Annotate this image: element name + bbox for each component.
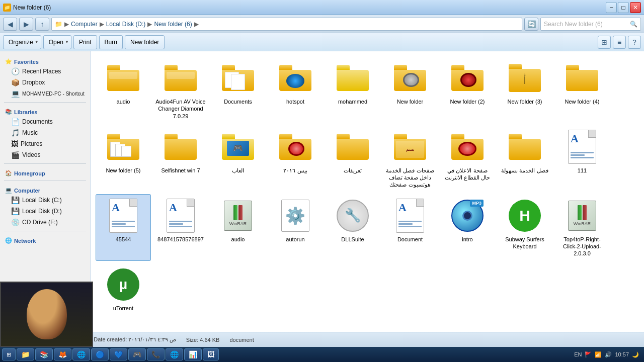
taskbar-skype[interactable]: 📞: [147, 348, 165, 360]
breadcrumb-localdisk[interactable]: Local Disk (D:): [106, 21, 146, 28]
list-item[interactable]: audio: [96, 56, 151, 123]
up-button[interactable]: ↑: [35, 18, 49, 31]
file-name: Audio4Fun AV Voice Changer Diamond 7.0.2…: [155, 98, 206, 120]
taskbar-file-explorer[interactable]: 📁: [17, 348, 34, 360]
help-button[interactable]: ?: [628, 36, 641, 49]
new-folder-button[interactable]: New folder: [125, 35, 165, 49]
sidebar-item-pictures[interactable]: 🖼 Pictures: [0, 138, 90, 149]
folder-audio4fun-icon: [163, 60, 199, 96]
top4top-icon: WinRAR: [564, 198, 600, 234]
list-item[interactable]: New folder: [382, 56, 438, 123]
documents-icon: 📄: [11, 118, 20, 126]
taskbar-chrome[interactable]: 🌐: [72, 348, 90, 360]
sidebar-item-local-c[interactable]: 💾 Local Disk (C:): [0, 195, 90, 206]
taskbar-calc[interactable]: 📊: [184, 348, 202, 360]
sidebar-item-documents[interactable]: 📄 Documents: [0, 116, 90, 127]
list-item[interactable]: A 45544: [96, 194, 151, 261]
toolbar: Organize ▼ Open ▼ Print Burn New folder …: [0, 33, 644, 51]
sidebar-item-recent-places[interactable]: 🕐 Recent Places: [0, 66, 90, 77]
close-button[interactable]: ✕: [630, 2, 641, 13]
file-name: Document: [397, 236, 423, 243]
list-item[interactable]: Selfishnet win 7: [153, 125, 208, 192]
taskbar-yahoo[interactable]: 🌐: [166, 348, 183, 360]
sidebar-item-local-d[interactable]: 💾 Local Disk (D:): [0, 206, 90, 217]
list-item[interactable]: WinRAR audio: [210, 194, 266, 261]
breadcrumb-current[interactable]: New folder (6): [154, 21, 192, 28]
list-item[interactable]: A 848741578576897: [153, 194, 208, 261]
taskbar-nox[interactable]: 🎮: [128, 348, 146, 360]
back-button[interactable]: ◀: [3, 18, 17, 31]
sidebar-item-cd-f[interactable]: 💿 CD Drive (F:): [0, 217, 90, 228]
file-name: New folder (2): [450, 98, 485, 105]
sidebar-item-videos[interactable]: 🎬 Videos: [0, 149, 90, 160]
organize-dropdown-arrow: ▼: [35, 40, 39, 44]
list-item[interactable]: µ uTorrent: [96, 263, 151, 315]
folder-new2-icon: [449, 60, 486, 96]
list-item[interactable]: H Subway Surfers Keyboard: [497, 194, 552, 261]
list-item[interactable]: 🎮 العاب: [210, 125, 266, 192]
list-item[interactable]: بيس ٢٠١٦: [268, 125, 323, 192]
sidebar-divider-1: [4, 102, 86, 103]
file-area[interactable]: audio Audio4Fun AV Voice Changer Diamond…: [91, 51, 644, 332]
burn-button[interactable]: Burn: [99, 35, 123, 49]
list-item[interactable]: A Document: [382, 194, 438, 261]
list-item[interactable]: بسم صفحات فصل الخدمة داخل صفحة تضاف هوتس…: [382, 125, 438, 192]
calc-icon: 📊: [189, 350, 197, 358]
minimize-button[interactable]: −: [606, 2, 617, 13]
taskbar-firefox[interactable]: 🦊: [54, 348, 71, 360]
sidebar-libraries-header[interactable]: 📚 Libraries: [0, 106, 90, 116]
list-item[interactable]: hotspot: [268, 56, 323, 123]
list-item[interactable]: صفحة الاعلان في حال القطاع الانترنت: [440, 125, 495, 192]
cd-drive-icon: 💿: [11, 218, 20, 226]
list-item[interactable]: Documents: [210, 56, 266, 123]
list-item[interactable]: MP3 intro: [440, 194, 495, 261]
sidebar-divider-3: [4, 180, 86, 181]
maximize-button[interactable]: □: [618, 2, 629, 13]
list-item[interactable]: تعريفات: [325, 125, 380, 192]
intro-mp3-icon: MP3: [449, 198, 486, 234]
file-name: New folder (3): [507, 98, 542, 105]
breadcrumb-computer[interactable]: Computer: [71, 21, 98, 28]
network-icon: 🌐: [5, 237, 12, 244]
autorun-icon: ⚙️: [277, 198, 313, 234]
list-item[interactable]: Audio4Fun AV Voice Changer Diamond 7.0.2…: [153, 56, 208, 123]
start-button[interactable]: ⊞: [2, 348, 16, 360]
open-button[interactable]: Open ▼: [43, 35, 71, 49]
taskbar-tray: EN 🚩 📶 🔊 10:57 🌙: [571, 351, 642, 358]
taskbar-photos[interactable]: 🖼: [203, 348, 219, 360]
view-list-button[interactable]: ≡: [613, 36, 626, 49]
taskbar-library[interactable]: 📚: [35, 348, 53, 360]
chrome-icon: 🌐: [77, 350, 86, 358]
list-item[interactable]: New folder (5): [96, 125, 151, 192]
view-icon-button[interactable]: ⊞: [598, 36, 611, 49]
sidebar-item-mohammed-pc[interactable]: 💻 MOHAMMED-PC - Shortcut: [0, 88, 90, 99]
sidebar-homegroup-header[interactable]: 🏠 Homegroup: [0, 167, 90, 177]
file-name: uTorrent: [113, 305, 133, 312]
list-item[interactable]: 🔧 DLLSuite: [325, 194, 380, 261]
list-item[interactable]: New folder (4): [554, 56, 610, 123]
forward-button[interactable]: ▶: [19, 18, 33, 31]
organize-button[interactable]: Organize ▼: [3, 35, 41, 49]
taskbar-ie[interactable]: 🔵: [91, 348, 109, 360]
refresh-button[interactable]: 🔄: [524, 18, 538, 31]
list-item[interactable]: أ New folder (3): [497, 56, 552, 123]
list-item[interactable]: فصل الخدمة بسهولة: [497, 125, 552, 192]
list-item[interactable]: ⚙️ autorun: [268, 194, 323, 261]
list-item[interactable]: WinRAR Top4toP-Right-Click-2-Upload-2.0.…: [554, 194, 610, 261]
windows-logo: ⊞: [7, 351, 11, 358]
folder-drivers-icon: [335, 129, 371, 165]
list-item[interactable]: New folder (2): [440, 56, 495, 123]
taskbar-blue-app[interactable]: 💙: [110, 348, 127, 360]
list-item[interactable]: mohammed: [325, 56, 380, 123]
file-name: New folder (5): [106, 167, 140, 174]
search-bar[interactable]: Search New folder (6) 🔍: [540, 18, 641, 31]
folder-new4-icon: [564, 60, 600, 96]
sidebar-item-music[interactable]: 🎵 Music: [0, 127, 90, 138]
breadcrumb[interactable]: 📁 ▶ Computer ▶ Local Disk (D:) ▶ New fol…: [51, 18, 522, 31]
list-item[interactable]: A 111: [554, 125, 610, 192]
sidebar-computer-header[interactable]: 💻 Computer: [0, 184, 90, 195]
sidebar-favorites-header[interactable]: ⭐ Favorites: [0, 55, 90, 66]
sidebar-item-dropbox[interactable]: 📦 Dropbox: [0, 77, 90, 88]
print-button[interactable]: Print: [73, 35, 97, 49]
sidebar-network-header[interactable]: 🌐 Network: [0, 234, 90, 245]
